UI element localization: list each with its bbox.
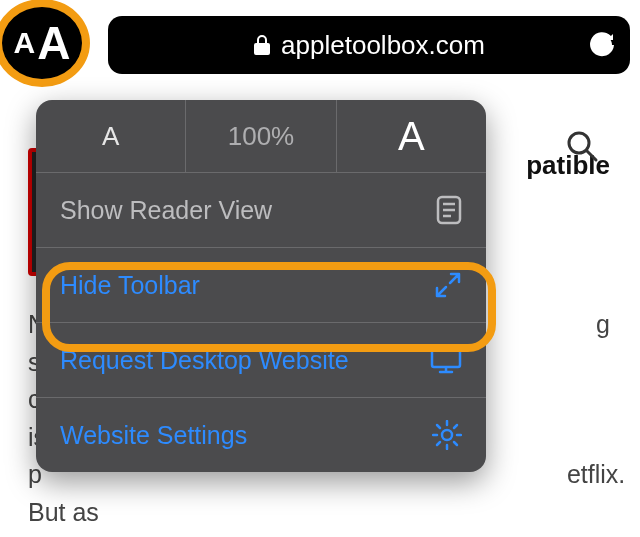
zoom-row: A 100% A [36, 100, 486, 173]
request-desktop-label: Request Desktop Website [60, 346, 349, 375]
reader-view-label: Show Reader View [60, 196, 272, 225]
aa-menu: A 100% A Show Reader View Hide Toolbar R… [36, 100, 486, 472]
url-bar[interactable]: appletoolbox.com [108, 16, 630, 74]
svg-rect-6 [432, 349, 460, 367]
hide-toolbar-label: Hide Toolbar [60, 271, 200, 300]
text-size-aa-button[interactable]: A A [0, 0, 90, 87]
request-desktop-item[interactable]: Request Desktop Website [36, 323, 486, 398]
reader-view-item[interactable]: Show Reader View [36, 173, 486, 248]
address-bar: A A appletoolbox.com [0, 10, 640, 80]
svg-point-9 [442, 430, 452, 440]
search-icon[interactable] [564, 128, 600, 164]
url-domain: appletoolbox.com [281, 30, 485, 61]
svg-line-14 [437, 425, 440, 428]
website-settings-item[interactable]: Website Settings [36, 398, 486, 472]
desktop-icon [430, 346, 462, 374]
svg-line-17 [454, 425, 457, 428]
lock-icon [253, 34, 271, 56]
zoom-percent[interactable]: 100% [186, 100, 336, 172]
gear-icon [432, 420, 462, 450]
svg-line-16 [437, 442, 440, 445]
expand-arrows-icon [434, 271, 462, 299]
aa-big-letter: A [37, 16, 70, 70]
website-settings-label: Website Settings [60, 421, 247, 450]
reload-icon[interactable] [588, 16, 616, 74]
svg-line-15 [454, 442, 457, 445]
svg-line-1 [587, 151, 596, 160]
hide-toolbar-item[interactable]: Hide Toolbar [36, 248, 486, 323]
aa-small-letter: A [14, 26, 36, 60]
zoom-in-button[interactable]: A [337, 100, 486, 172]
reader-icon [436, 195, 462, 225]
zoom-out-button[interactable]: A [36, 100, 186, 172]
